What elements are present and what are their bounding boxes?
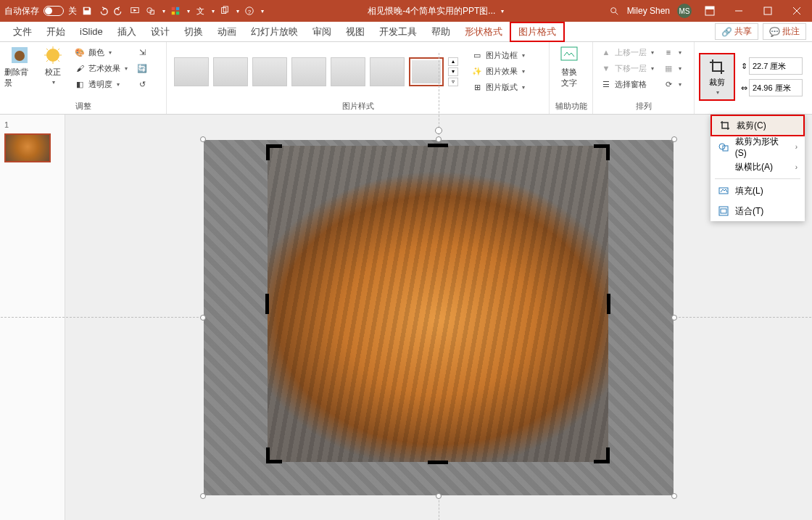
tab-islide[interactable]: iSlide [72,22,110,42]
handle-tr[interactable] [671,136,677,142]
tab-shape-format[interactable]: 形状格式 [457,22,510,42]
picture-effects-button[interactable]: ✨图片效果▾ [468,65,528,79]
svg-rect-19 [561,47,577,60]
group-button[interactable]: ▦▾ [660,61,684,75]
title-dropdown[interactable]: ▾ [501,8,504,15]
height-input[interactable]: 22.7 厘米 [749,57,803,75]
crop-handle-br[interactable] [594,447,610,463]
style-thumb-4[interactable] [291,57,326,86]
style-thumb-6[interactable] [370,57,405,86]
tab-picture-format[interactable]: 图片格式 [510,22,565,42]
slide-thumbnail-1[interactable] [4,133,51,162]
rotate-handle[interactable] [435,127,442,134]
crop-menu-crop[interactable]: 裁剪(C) [710,115,805,136]
tab-file[interactable]: 文件 [6,22,39,42]
handle-l[interactable] [200,315,206,321]
help-icon[interactable]: ? [244,5,255,17]
tab-transitions[interactable]: 切换 [177,22,210,42]
align-button[interactable]: ≡▾ [660,45,684,59]
tab-animations[interactable]: 动画 [210,22,244,42]
color-button[interactable]: 🎨颜色▾ [71,45,130,59]
bring-fwd-icon: ▲ [600,46,612,58]
cropped-image [268,146,608,462]
handle-br[interactable] [671,493,677,499]
corrections-button[interactable]: 校正▾ [38,45,68,86]
crop-menu-shape[interactable]: 裁剪为形状(S)› [710,136,805,157]
gallery-down-icon[interactable]: ▾ [448,67,458,76]
share-button[interactable]: 🔗 共享 [715,23,758,40]
style-thumb-5[interactable] [331,57,365,86]
group-accessibility-label: 辅助功能 [550,101,592,114]
close-button[interactable] [786,0,808,22]
crop-region[interactable] [268,146,608,462]
undo-icon[interactable] [97,5,109,17]
tab-developer[interactable]: 开发工具 [372,22,424,42]
svg-rect-6 [176,12,179,15]
change-picture-button[interactable]: 🔄 [133,61,151,75]
send-backward-button[interactable]: ▼下移一层▾ [597,61,657,75]
shape-icon [718,141,729,152]
search-icon[interactable] [608,5,620,17]
handle-tl[interactable] [200,136,206,142]
redo-icon[interactable] [113,5,125,17]
ribbon-mode-icon[interactable] [699,0,721,22]
tab-design[interactable]: 设计 [144,22,177,42]
crop-handle-top[interactable] [428,144,448,147]
copy-icon[interactable] [219,5,231,17]
user-avatar[interactable]: MS [677,4,692,18]
reset-picture-button[interactable]: ↺ [133,77,151,91]
crop-handle-tr[interactable] [594,144,610,160]
gallery-up-icon[interactable]: ▴ [448,57,458,66]
autosave-toggle[interactable] [44,6,64,16]
tab-home[interactable]: 开始 [39,22,72,42]
alt-text-button[interactable]: 替换 文字 [554,45,584,88]
crop-handle-left[interactable] [265,294,269,314]
selection-pane-button[interactable]: ☰选择窗格 [597,77,657,91]
crop-handle-bl[interactable] [266,447,282,463]
style-thumb-2[interactable] [213,57,248,86]
tab-view[interactable]: 视图 [339,22,372,42]
svg-rect-5 [172,12,175,15]
gallery-more-icon[interactable]: ▿ [448,78,458,86]
artistic-effects-button[interactable]: 🖌艺术效果▾ [71,61,130,75]
crop-handle-right[interactable] [607,294,610,314]
handle-t[interactable] [436,136,442,142]
present-icon[interactable] [129,5,141,17]
style-thumb-3[interactable] [252,57,287,86]
picture-border-button[interactable]: ▭图片边框▾ [468,49,528,63]
crop-handle-bottom[interactable] [428,461,448,464]
bring-forward-button[interactable]: ▲上移一层▾ [597,45,657,59]
width-input[interactable]: 24.96 厘米 [749,79,803,96]
text-icon[interactable]: 文 [194,5,206,17]
crop-menu-fit[interactable]: 适合(T) [710,201,805,221]
layout-icon: ⊞ [471,82,483,94]
crop-dropdown-menu: 裁剪(C) 裁剪为形状(S)› 纵横比(A)› 填充(L) 适合(T) [710,115,805,221]
tab-review[interactable]: 审阅 [305,22,339,42]
maximize-button[interactable] [757,0,779,22]
style-thumb-1[interactable] [174,57,209,86]
compress-button[interactable]: ⇲ [133,45,151,59]
remove-background-button[interactable]: 删除背景 [4,45,35,88]
svg-rect-21 [723,146,728,151]
picture-styles-gallery[interactable]: ▴ ▾ ▿ [171,54,461,89]
svg-point-17 [14,51,25,61]
picture-layout-button[interactable]: ⊞图片版式▾ [468,81,528,95]
crop-menu-fill[interactable]: 填充(L) [710,181,805,201]
slide-canvas[interactable] [65,115,812,520]
comments-button[interactable]: 💬 批注 [763,23,806,40]
tab-slideshow[interactable]: 幻灯片放映 [244,22,305,42]
rotate-button[interactable]: ⟳▾ [660,77,684,91]
handle-bl[interactable] [200,493,206,499]
crop-button[interactable]: 裁剪 ▾ [699,53,735,101]
minimize-button[interactable] [728,0,750,22]
crop-menu-aspect[interactable]: 纵横比(A)› [710,157,805,177]
save-icon[interactable] [81,5,93,17]
transparency-button[interactable]: ◧透明度▾ [71,77,130,91]
crop-handle-tl[interactable] [266,144,282,160]
handle-b[interactable] [436,493,442,499]
shapes-icon[interactable] [145,5,157,17]
handle-r[interactable] [671,315,677,321]
tab-help[interactable]: 帮助 [424,22,457,42]
tab-insert[interactable]: 插入 [110,22,144,42]
color-swatch-icon[interactable] [170,5,181,17]
